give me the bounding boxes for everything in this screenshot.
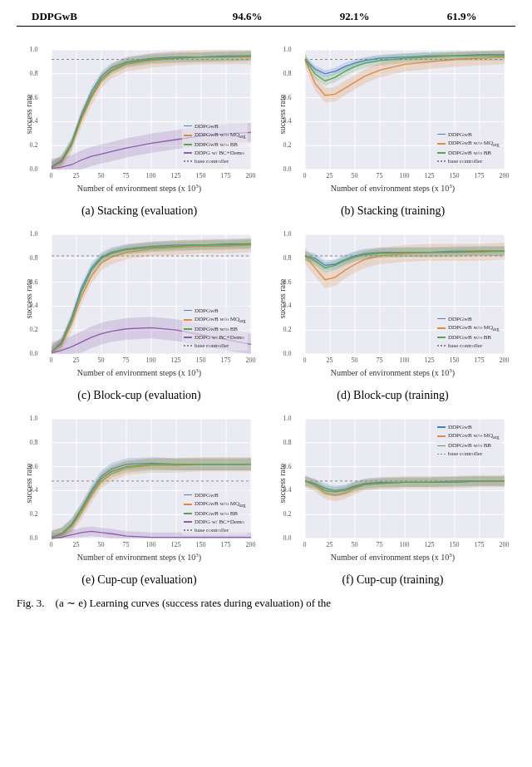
ytick: 0.8: [275, 70, 292, 77]
xtick: 125: [171, 541, 181, 548]
xlabel: Number of environment steps (x 103): [331, 367, 455, 377]
ytick: 0.8: [22, 70, 38, 77]
legend-label: base controller: [195, 342, 229, 350]
xtick: 75: [377, 172, 383, 179]
legend-swatch: [184, 521, 192, 523]
xtick: 200: [246, 541, 256, 548]
xtick: 25: [73, 356, 80, 364]
xtick: 75: [123, 541, 130, 548]
legend: DDPGwBDDPGwB w/o MQargDDPGwB w/o BBbase …: [436, 130, 501, 166]
xtick: 50: [352, 541, 358, 548]
chart-b: 0.00.20.40.60.81.00255075100125150175200…: [270, 43, 515, 218]
legend-label: DDPGwB: [448, 130, 472, 139]
xtick: 125: [425, 356, 435, 364]
figure-caption-body: (a ∼ e) Learning curves (success rates d…: [56, 597, 332, 609]
chart-body: 0.00.20.40.60.81.00255075100125150175200…: [23, 43, 256, 201]
xtick: 200: [246, 172, 256, 179]
subcaption: (e) Cup-cup (evaluation): [81, 573, 196, 587]
ytick: 0.2: [22, 326, 38, 333]
legend-label: DDPGwB w/o BB: [195, 509, 238, 518]
row-label: DDPGwB: [17, 8, 194, 25]
legend-swatch: [437, 318, 446, 320]
xtick: 50: [352, 172, 358, 179]
legend-item: DDPGwB: [184, 307, 246, 315]
legend-item: DDPGwB: [437, 130, 500, 139]
xtick: 75: [377, 541, 383, 548]
legend-label: DDPGwB w/o BB: [195, 140, 238, 149]
legend: DDPGwBDDPGwB w/o MQargDDPGwB w/o BBDDPG …: [182, 306, 248, 351]
xtick: 0: [303, 541, 307, 548]
legend-label: base controller: [448, 342, 482, 350]
legend-label: DDPGwB: [448, 315, 472, 323]
legend-swatch: [437, 152, 446, 154]
ylabel: success rate: [277, 95, 286, 134]
xtick: 150: [450, 172, 460, 179]
cell-c2: 92.1%: [301, 8, 408, 25]
xtick: 150: [196, 172, 206, 179]
legend-item: DDPGwB w/o MQarg: [437, 431, 500, 441]
xtick: 175: [221, 541, 231, 548]
legend-swatch: [184, 144, 192, 145]
ylabel: success rate: [23, 95, 32, 134]
legend-item: DDPGwB w/o BB: [184, 509, 246, 518]
xtick: 175: [221, 172, 231, 179]
legend-label: DDPGwB w/o BB: [448, 149, 491, 157]
legend-swatch: [184, 135, 192, 136]
legend-swatch: [184, 345, 192, 347]
xtick: 200: [246, 356, 256, 364]
legend-item: DDPGwB w/o MQarg: [437, 139, 500, 149]
ytick: 0.8: [275, 439, 292, 446]
legend-label: DDPGwB: [195, 307, 219, 315]
ytick: 0.2: [22, 141, 38, 149]
ytick: 0.8: [275, 254, 292, 262]
ytick: 1.0: [275, 230, 292, 238]
legend-swatch: [437, 134, 446, 135]
legend-item: DDPGwB w/o MQarg: [184, 499, 246, 509]
xtick: 100: [146, 356, 156, 364]
chart-f: 0.00.20.40.60.81.00255075100125150175200…: [270, 412, 515, 587]
legend-swatch: [184, 160, 192, 162]
chart-body: 0.00.20.40.60.81.00255075100125150175200…: [23, 412, 256, 570]
legend-label: DDPG w/ BC+Demo: [195, 149, 244, 157]
legend-label: DDPGwB w/o MQarg: [195, 315, 246, 325]
xtick: 25: [327, 541, 333, 548]
legend-item: DDPGwB w/o BB: [437, 149, 500, 157]
legend-item: DDPGwB w/o MQarg: [184, 315, 246, 325]
xlabel: Number of environment steps (x 103): [77, 552, 201, 562]
legend-item: DDPGwB: [184, 122, 246, 130]
xtick: 125: [425, 172, 435, 179]
ylabel: success rate: [23, 279, 32, 318]
xtick: 175: [475, 356, 485, 364]
legend: DDPGwBDDPGwB w/o MQargDDPGwB w/o BBDDPG …: [182, 121, 248, 166]
legend-swatch: [437, 445, 446, 447]
ytick: 1.0: [22, 46, 38, 53]
xtick: 150: [196, 541, 206, 548]
chart-c: 0.00.20.40.60.81.00255075100125150175200…: [17, 228, 262, 402]
xtick: 125: [425, 541, 435, 548]
xtick: 175: [475, 541, 485, 548]
subcaption: (b) Stacking (training): [341, 204, 445, 218]
legend-swatch: [184, 319, 192, 321]
legend-label: DDPGwB w/o MQarg: [195, 499, 246, 509]
xtick: 0: [303, 172, 307, 179]
legend-label: DDPG w/ BC+Demo: [195, 333, 244, 342]
legend-item: DDPGwB w/o MQarg: [437, 323, 500, 333]
xtick: 100: [146, 172, 156, 179]
legend-label: DDPGwB w/o MQarg: [448, 139, 500, 149]
xtick: 150: [450, 356, 460, 364]
ytick: 0.0: [22, 165, 38, 173]
cell-c3: 61.9%: [408, 8, 515, 25]
xtick: 25: [327, 172, 333, 179]
chart-e: 0.00.20.40.60.81.00255075100125150175200…: [17, 412, 262, 587]
legend-item: base controller: [184, 526, 246, 534]
legend-label: base controller: [195, 157, 229, 165]
legend-swatch: [437, 337, 446, 338]
legend-item: DDPGwB: [437, 423, 500, 431]
legend-swatch: [437, 435, 446, 437]
legend-swatch: [437, 345, 446, 347]
legend-item: base controller: [437, 342, 500, 350]
subcaption: (a) Stacking (evaluation): [81, 204, 197, 218]
xtick: 125: [171, 356, 181, 364]
legend-label: DDPGwB: [448, 423, 472, 431]
legend-label: DDPG w/ BC+Demo: [195, 518, 244, 526]
